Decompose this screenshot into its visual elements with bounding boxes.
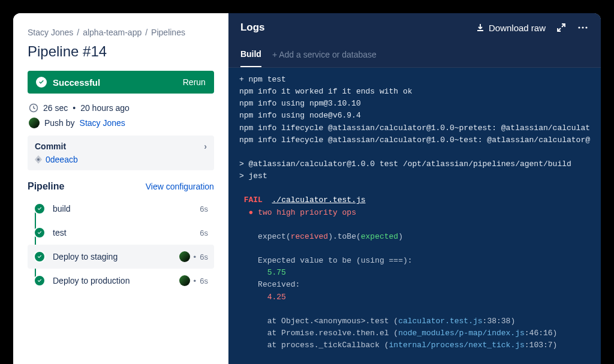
svg-point-3 <box>582 26 583 28</box>
timing-row: 26 sec • 20 hours ago <box>29 103 213 113</box>
log-line: Received: <box>239 279 590 291</box>
step-time: 6s <box>200 252 208 261</box>
download-label: Download raw <box>489 23 546 33</box>
chevron-right-icon: › <box>204 142 207 151</box>
log-line: ● two high priority ops <box>239 207 590 219</box>
push-row: Push by Stacy Jones <box>29 118 213 128</box>
step-time: 6s <box>200 276 208 285</box>
dot-separator: • <box>194 252 197 261</box>
logs-tabs: Build + Add a service or database <box>228 42 601 68</box>
log-line: FAIL ./calculator.test.js <box>239 194 590 206</box>
step-time: 6s <box>200 204 208 213</box>
expand-icon <box>556 23 566 32</box>
breadcrumb-separator: / <box>145 28 148 37</box>
pipeline-step[interactable]: Deploy to production•6s <box>28 269 214 293</box>
log-line: npm info using node@v6.9.4 <box>239 110 590 122</box>
commit-box[interactable]: Commit › 0deeacb <box>28 136 214 170</box>
log-line: at process._tickCallback (internal/proce… <box>239 339 590 351</box>
svg-point-4 <box>585 26 587 28</box>
dot-separator: • <box>73 103 76 113</box>
avatar <box>179 275 190 286</box>
time-ago: 20 hours ago <box>80 103 130 113</box>
step-success-icon <box>34 275 46 287</box>
breadcrumb-owner[interactable]: Stacy Jones <box>28 28 73 37</box>
pipeline-steps: build6stest6sDeploy to staging•6sDeploy … <box>28 197 214 293</box>
log-line: at Promise.resolve.then.el (node_modules… <box>239 327 590 339</box>
page-title: Pipeline #14 <box>28 43 214 60</box>
log-line: 5.75 <box>239 267 590 279</box>
push-prefix: Push by <box>44 118 75 128</box>
avatar <box>179 251 190 262</box>
log-line: + npm test <box>239 74 590 86</box>
more-icon <box>577 23 589 32</box>
log-line: Expected value to be (using ===): <box>239 255 590 267</box>
svg-point-1 <box>37 158 40 161</box>
breadcrumb: Stacy Jones / alpha-team-app / Pipelines <box>28 28 214 37</box>
log-line: expect(received).toBe(expected) <box>239 231 590 243</box>
dot-separator: • <box>194 276 197 285</box>
duration-text: 26 sec <box>43 103 68 113</box>
log-line: npm info lifecycle @atlassian/calculator… <box>239 134 590 146</box>
step-meta: •6s <box>179 251 208 262</box>
rerun-button[interactable]: Rerun <box>183 77 206 87</box>
log-line: npm info using npm@3.10.10 <box>239 98 590 110</box>
step-meta: •6s <box>179 275 208 286</box>
avatar <box>29 118 40 128</box>
log-line: npm info it worked if it ends with ok <box>239 86 590 98</box>
step-success-icon <box>34 227 46 239</box>
tab-add-service[interactable]: + Add a service or database <box>272 43 377 67</box>
log-line <box>239 146 590 158</box>
pipeline-step[interactable]: build6s <box>28 197 214 221</box>
step-success-icon <box>34 203 46 215</box>
log-line: > jest <box>239 170 590 182</box>
user-link[interactable]: Stacy Jones <box>80 118 125 128</box>
log-line <box>239 303 590 315</box>
log-line: npm info lifecycle @atlassian/calculator… <box>239 122 590 134</box>
breadcrumb-section[interactable]: Pipelines <box>151 28 185 37</box>
log-line <box>239 351 590 363</box>
step-name: build <box>53 204 200 213</box>
step-meta: 6s <box>200 204 208 213</box>
step-name: Deploy to production <box>53 276 179 285</box>
step-meta: 6s <box>200 228 208 237</box>
log-line <box>239 243 590 255</box>
view-configuration-link[interactable]: View configuration <box>146 182 214 191</box>
log-line: 4.25 <box>239 291 590 303</box>
download-raw-button[interactable]: Download raw <box>475 23 546 33</box>
pipeline-step[interactable]: test6s <box>28 221 214 245</box>
commit-icon <box>35 155 42 164</box>
step-time: 6s <box>200 228 208 237</box>
success-check-icon <box>36 77 47 88</box>
breadcrumb-separator: / <box>77 28 79 37</box>
breadcrumb-repo[interactable]: alpha-team-app <box>83 28 142 37</box>
pipeline-step[interactable]: Deploy to staging•6s <box>28 245 214 269</box>
svg-point-2 <box>578 26 580 28</box>
log-line: at Object.<anonymous>.test (calculator.t… <box>239 315 590 327</box>
logs-title: Logs <box>240 22 265 34</box>
logs-header: Logs Download raw <box>228 13 601 42</box>
more-button[interactable] <box>577 23 589 32</box>
log-line <box>239 182 590 194</box>
tab-build[interactable]: Build <box>240 42 261 67</box>
log-output[interactable]: + npm testnpm info it worked if it ends … <box>228 68 601 364</box>
clock-icon <box>29 103 38 113</box>
log-line <box>239 219 590 231</box>
status-label: Successful <box>53 77 100 88</box>
status-bar: Successful Rerun <box>28 71 214 94</box>
log-line: > @atlassian/calculator@1.0.0 test /opt/… <box>239 158 590 170</box>
step-name: test <box>53 228 200 237</box>
step-success-icon <box>34 251 46 263</box>
download-icon <box>475 23 485 32</box>
commit-heading: Commit <box>35 142 66 151</box>
expand-button[interactable] <box>556 23 566 32</box>
pipeline-heading: Pipeline <box>28 181 64 192</box>
step-name: Deploy to staging <box>53 252 179 261</box>
commit-hash-link[interactable]: 0deeacb <box>46 155 78 164</box>
